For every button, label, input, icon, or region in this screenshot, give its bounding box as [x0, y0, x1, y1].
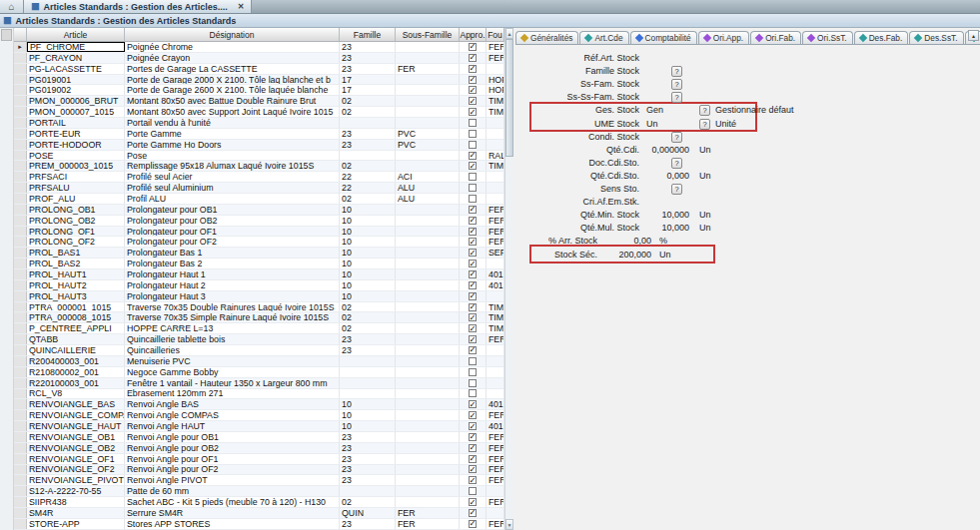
appro-checkbox[interactable] [469, 487, 477, 495]
cell-sous-famille[interactable] [396, 323, 460, 333]
cell-appro[interactable] [460, 269, 487, 279]
cell-designation[interactable]: Porte Gamme Ho Doors [125, 140, 340, 150]
header-selector[interactable] [14, 28, 27, 41]
cell-appro[interactable] [460, 378, 487, 388]
table-row[interactable]: PROLONG_OB1Prolongateur pour OB110FER [14, 205, 504, 216]
cell-fournisseur[interactable]: FER [487, 237, 504, 247]
row-selector[interactable] [14, 227, 27, 237]
cell-fournisseur[interactable]: 401 [487, 399, 504, 409]
cell-famille[interactable] [340, 118, 396, 128]
appro-checkbox[interactable] [469, 422, 477, 430]
cell-fournisseur[interactable]: FER [487, 443, 504, 453]
cell-sous-famille[interactable] [396, 280, 460, 290]
cell-fournisseur[interactable] [487, 486, 504, 496]
row-selector[interactable] [14, 85, 27, 95]
header-sous-famille[interactable]: Sous-Famille [396, 28, 460, 41]
cell-appro[interactable] [460, 183, 487, 193]
cell-designation[interactable]: Prolongateur Haut 3 [125, 291, 340, 301]
cell-designation[interactable]: Ebrasement 120mm 271 [125, 389, 340, 399]
appro-checkbox[interactable] [469, 86, 477, 94]
cell-fournisseur[interactable]: FER [487, 53, 504, 63]
row-selector[interactable] [14, 269, 27, 279]
cell-designation[interactable]: Quincailleries [125, 345, 340, 355]
tab-art-cde[interactable]: Art.Cde [579, 31, 628, 44]
appro-checkbox[interactable] [469, 141, 477, 149]
cell-sous-famille[interactable]: FER [396, 508, 460, 518]
table-row[interactable]: PROL_BAS2Prolongateur Bas 210 [14, 259, 504, 269]
cell-designation[interactable]: Stores APP STORES [125, 519, 340, 529]
cell-designation[interactable]: Prolongateur Haut 1 [125, 269, 340, 279]
cell-article[interactable]: PROLONG_OB2 [27, 216, 125, 226]
cell-appro[interactable] [460, 312, 487, 322]
appro-checkbox[interactable] [469, 195, 477, 203]
table-row[interactable]: RENVOIANGLE_HAUTRenvoi Angle HAUT10401 [14, 421, 504, 432]
cell-famille[interactable]: 10 [340, 280, 396, 290]
cell-appro[interactable] [460, 161, 487, 171]
cell-designation[interactable]: Porte Gamme [125, 129, 340, 139]
cell-article[interactable]: RCL_V8 [27, 389, 125, 399]
appro-checkbox[interactable] [469, 97, 477, 105]
cell-sous-famille[interactable] [396, 216, 460, 226]
cell-designation[interactable]: Prolongateur Haut 2 [125, 280, 340, 290]
table-row[interactable]: PROL_HAUT3Prolongateur Haut 310 [14, 291, 504, 302]
cell-famille[interactable]: 10 [340, 259, 396, 268]
appro-checkbox[interactable] [469, 249, 477, 257]
lookup-button[interactable]: ? [699, 105, 710, 116]
cell-sous-famille[interactable] [396, 465, 460, 475]
select-all-corner[interactable] [1, 29, 12, 41]
cell-sous-famille[interactable] [396, 259, 460, 268]
table-row[interactable]: SM4RSerrure SM4RQUINFER [14, 508, 504, 519]
row-selector[interactable] [14, 378, 27, 388]
cell-sous-famille[interactable]: FER [396, 64, 460, 74]
field-value[interactable]: 10,000 [609, 222, 689, 235]
cell-sous-famille[interactable]: ALU [396, 183, 460, 193]
row-selector[interactable] [14, 410, 27, 420]
cell-fournisseur[interactable]: HOF [487, 85, 504, 95]
cell-appro[interactable] [460, 75, 487, 85]
row-selector[interactable] [14, 172, 27, 182]
field-value[interactable]: 10,000 [609, 209, 689, 222]
cell-designation[interactable]: Prolongateur pour OF1 [125, 227, 340, 237]
cell-designation[interactable]: Prolongateur pour OF2 [125, 237, 340, 247]
cell-famille[interactable]: 02 [340, 323, 396, 333]
cell-appro[interactable] [460, 64, 487, 74]
row-selector[interactable] [14, 432, 27, 442]
cell-appro[interactable] [460, 486, 487, 496]
cell-designation[interactable]: Renvoi Angle pour OF2 [125, 465, 340, 475]
cell-designation[interactable]: Remplissage 95x18 Alumax Laqué Ivoire 10… [125, 161, 340, 171]
lookup-button[interactable]: ? [699, 119, 710, 130]
appro-checkbox[interactable] [469, 520, 477, 528]
cell-fournisseur[interactable]: 401 [487, 269, 504, 279]
cell-sous-famille[interactable] [396, 443, 460, 453]
table-scrollbar[interactable]: ▲ ▼ [504, 28, 513, 530]
field-value[interactable]: Gen [646, 104, 663, 117]
table-row[interactable]: RENVOIANGLE_PIVOTRenvoi Angle PIVOT23FER [14, 475, 504, 486]
cell-article[interactable]: R210800002_001 [27, 367, 125, 377]
appro-checkbox[interactable] [469, 184, 477, 192]
table-row[interactable]: RENVOIANGLE_OF2Renvoi Angle pour OF223FE… [14, 465, 504, 476]
cell-appro[interactable] [460, 291, 487, 301]
scrollbar-thumb[interactable] [505, 39, 513, 157]
table-row[interactable]: SIIPR438Sachet ABC - Kit 5 pieds (meuble… [14, 497, 504, 508]
cell-article[interactable]: PROL_BAS2 [27, 259, 125, 268]
table-row[interactable]: PROL_HAUT1Prolongateur Haut 110401 [14, 269, 504, 280]
cell-designation[interactable]: Renvoi Angle PIVOT [125, 475, 340, 485]
appro-checkbox[interactable] [469, 389, 477, 397]
cell-famille[interactable]: 10 [340, 410, 396, 420]
cell-article[interactable]: PROLONG_OF1 [27, 227, 125, 237]
appro-checkbox[interactable] [469, 444, 477, 452]
cell-designation[interactable]: Poignée Chrome [125, 42, 340, 52]
cell-designation[interactable]: Renvoi Angle COMPAS [125, 410, 340, 420]
cell-designation[interactable]: Renvoi Angle pour OF1 [125, 454, 340, 464]
table-row[interactable]: P_CENTREE_APPLIHOPPE CARRE L=1302TIM [14, 323, 504, 334]
row-selector[interactable] [14, 216, 27, 226]
cell-famille[interactable]: 17 [340, 75, 396, 85]
cell-famille[interactable]: 23 [340, 454, 396, 464]
table-row[interactable]: PTRA_000008_1015Traverse 70x35 Simple Ra… [14, 312, 504, 323]
cell-designation[interactable]: Traverse 70x35 Simple Rainure Laqué Ivoi… [125, 312, 340, 322]
cell-famille[interactable]: 23 [340, 345, 396, 355]
cell-famille[interactable]: 23 [340, 129, 396, 139]
cell-designation[interactable]: Menuiserie PVC [125, 356, 340, 366]
cell-fournisseur[interactable] [487, 259, 504, 268]
cell-designation[interactable]: Porte de Garage 2000 X 2100. Tôle laq bl… [125, 75, 340, 85]
